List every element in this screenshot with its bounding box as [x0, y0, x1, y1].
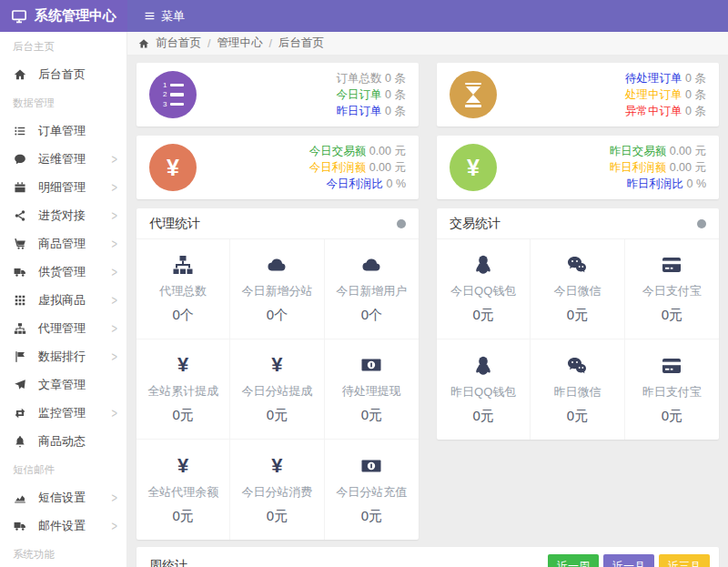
sidebar-section-label: 短信邮件: [0, 455, 126, 483]
sidebar-item-label: 后台首页: [38, 66, 86, 83]
summary-row-value: 0 条: [382, 72, 406, 85]
stat-tile-label: 待处理提现: [342, 383, 401, 400]
yen-icon: ¥: [266, 354, 288, 376]
summary-row-value: 0 条: [682, 105, 706, 117]
stat-tile-label: 今日新增分站: [241, 283, 312, 299]
yen-glyph: ¥: [271, 355, 282, 375]
summary-row-label: 昨日订单: [337, 105, 382, 117]
sidebar-item[interactable]: 供货管理>: [0, 258, 126, 286]
sidebar-item[interactable]: 监控管理>: [0, 399, 126, 427]
bars-icon: [144, 10, 156, 22]
week-stats-panel: 周统计 近一周近一月近三月: [136, 547, 719, 567]
sidebar-item[interactable]: 短信设置>: [0, 483, 126, 511]
stat-panel: 代理统计代理总数0个今日新增分站0个今日新增用户0个¥全站累计提成0元¥今日分站…: [136, 208, 419, 540]
breadcrumb-item[interactable]: 前台首页: [156, 35, 201, 51]
summary-row-label: 今日订单: [337, 88, 382, 101]
sidebar-item[interactable]: 商品管理>: [0, 229, 126, 258]
monitor-icon: [11, 8, 27, 25]
stat-panel-title: 代理统计: [149, 216, 200, 232]
flag-icon: [14, 350, 26, 363]
stat-tile-label: 今日分站充值: [336, 484, 407, 501]
sidebar-item-label: 短信设置: [38, 490, 86, 506]
stat-tile-label: 全站代理余额: [147, 484, 218, 501]
stat-tile: 今日QQ钱包0元: [437, 239, 531, 339]
stat-tile: 今日支付宝0元: [625, 239, 719, 339]
sidebar-item-label: 邮件设置: [38, 518, 86, 534]
grid-icon: [14, 294, 26, 307]
sidebar-item[interactable]: 商品动态: [0, 427, 126, 455]
chevron-right-icon: >: [112, 406, 117, 420]
stat-tile-label: 今日新增用户: [336, 283, 407, 299]
summary-row-label: 待处理订单: [625, 72, 682, 85]
menu-toggle[interactable]: 菜单: [127, 0, 201, 32]
cloud-icon: [360, 254, 382, 276]
stat-tile-label: 昨日微信: [553, 384, 601, 400]
stat-tile-label: 代理总数: [159, 283, 207, 299]
sidebar-item[interactable]: 运维管理>: [0, 145, 126, 173]
sidebar-item[interactable]: 文章管理: [0, 370, 126, 399]
stat-tile-label: 今日分站提成: [241, 383, 312, 400]
yen-icon: ¥: [450, 144, 497, 191]
chevron-right-icon: >: [112, 208, 117, 223]
stat-tile-value: 0元: [361, 407, 382, 424]
stat-tile-label: 全站累计提成: [147, 383, 218, 400]
breadcrumb-item[interactable]: 管理中心: [217, 35, 262, 51]
summary-row-label: 今日交易额: [309, 145, 367, 157]
sidebar-item[interactable]: 订单管理: [0, 116, 126, 145]
breadcrumb-separator: /: [207, 37, 210, 50]
list-ol-icon: 123: [149, 71, 197, 118]
stat-tile: ¥今日分站提成0元: [230, 339, 324, 440]
summary-rows: 昨日交易额 0.00 元昨日利润额 0.00 元昨日利润比 0 %: [610, 143, 706, 192]
sidebar-item-label: 明细管理: [38, 179, 86, 196]
week-range-button[interactable]: 近一月: [603, 554, 654, 567]
week-range-button[interactable]: 近三月: [659, 554, 710, 567]
stat-tile-value: 0元: [267, 407, 288, 424]
sidebar-item[interactable]: 进货对接>: [0, 201, 126, 229]
stat-panel: 交易统计今日QQ钱包0元今日微信0元今日支付宝0元昨日QQ钱包0元昨日微信0元昨…: [437, 208, 719, 440]
sidebar-item-label: 数据排行: [38, 349, 86, 365]
sidebar-item[interactable]: 后台首页: [0, 60, 126, 88]
list-ol-glyph: 123: [163, 82, 184, 108]
summary-row: 异常中订单 0 条: [625, 103, 706, 119]
sidebar-item[interactable]: 明细管理>: [0, 173, 126, 201]
sidebar-item-label: 商品管理: [38, 236, 86, 252]
stat-tile-value: 0元: [472, 408, 493, 425]
qq-icon: [472, 355, 494, 377]
stat-tile: 代理总数0个: [136, 239, 230, 339]
sidebar-item[interactable]: 代理管理>: [0, 314, 126, 342]
stat-tile-label: 今日分站消费: [241, 484, 312, 501]
stat-tile: ¥今日分站消费0元: [230, 440, 324, 540]
summary-card: 123订单总数 0 条今日订单 0 条昨日订单 0 条: [136, 63, 419, 127]
card-icon: [661, 355, 682, 377]
stat-tile-value: 0元: [567, 408, 588, 425]
sidebar-item[interactable]: 数据排行>: [0, 342, 126, 370]
stat-tile-label: 今日支付宝: [642, 283, 702, 299]
sidebar-item-label: 文章管理: [38, 377, 86, 393]
hourglass-glyph: [465, 83, 481, 107]
summary-row: 今日交易额 0.00 元: [309, 143, 406, 159]
yen-icon: ¥: [172, 455, 194, 477]
week-range-button[interactable]: 近一周: [548, 554, 599, 567]
qq-icon: [472, 254, 494, 276]
yen-glyph: ¥: [467, 157, 480, 179]
stat-panel-title: 交易统计: [450, 216, 500, 232]
sidebar-item[interactable]: 邮件设置>: [0, 511, 126, 540]
stat-tile: 昨日支付宝0元: [625, 339, 719, 440]
summary-row-label: 处理中订单: [625, 88, 682, 101]
chevron-right-icon: >: [112, 237, 117, 251]
stat-tile: 昨日QQ钱包0元: [437, 339, 531, 440]
stat-tile-value: 0元: [662, 307, 682, 324]
retweet-icon: [14, 407, 26, 420]
summary-row: 昨日利润额 0.00 元: [610, 159, 706, 176]
sidebar-item-label: 虚拟商品: [38, 292, 86, 309]
summary-row-label: 昨日交易额: [610, 145, 667, 157]
yen-glyph: ¥: [177, 355, 188, 375]
sidebar-item[interactable]: 虚拟商品>: [0, 286, 126, 314]
summary-row: 今日利润比 0 %: [309, 176, 406, 192]
sidebar-section-label: 系统功能: [0, 540, 126, 567]
summary-row: 昨日交易额 0.00 元: [610, 143, 706, 159]
home-icon: [138, 38, 149, 49]
breadcrumb: 前台首页/管理中心/后台首页: [127, 32, 728, 56]
summary-rows: 今日交易额 0.00 元今日利润额 0.00 元今日利润比 0 %: [309, 143, 406, 192]
summary-row: 今日利润额 0.00 元: [309, 159, 406, 176]
